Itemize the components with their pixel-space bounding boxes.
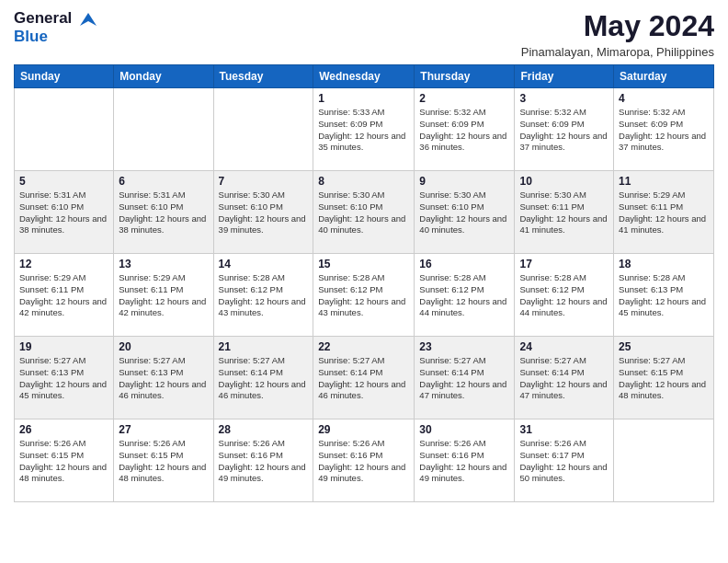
calendar-week-row: 1Sunrise: 5:33 AM Sunset: 6:09 PM Daylig… bbox=[15, 88, 714, 171]
table-row: 16Sunrise: 5:28 AM Sunset: 6:12 PM Dayli… bbox=[415, 254, 515, 337]
day-number: 18 bbox=[619, 258, 709, 270]
table-row: 28Sunrise: 5:26 AM Sunset: 6:16 PM Dayli… bbox=[213, 419, 313, 502]
day-number: 13 bbox=[119, 258, 208, 270]
day-info: Sunrise: 5:28 AM Sunset: 6:12 PM Dayligh… bbox=[519, 272, 609, 319]
table-row: 14Sunrise: 5:28 AM Sunset: 6:12 PM Dayli… bbox=[213, 254, 313, 337]
logo-text: General bbox=[14, 9, 98, 29]
page-header: General Blue May 2024 Pinamalayan, Mimar… bbox=[14, 9, 714, 59]
table-row: 10Sunrise: 5:30 AM Sunset: 6:11 PM Dayli… bbox=[515, 171, 614, 254]
col-thursday: Thursday bbox=[415, 65, 515, 88]
day-info: Sunrise: 5:28 AM Sunset: 6:13 PM Dayligh… bbox=[619, 272, 709, 319]
day-info: Sunrise: 5:26 AM Sunset: 6:15 PM Dayligh… bbox=[19, 438, 108, 485]
day-info: Sunrise: 5:26 AM Sunset: 6:17 PM Dayligh… bbox=[519, 438, 609, 485]
col-wednesday: Wednesday bbox=[313, 65, 415, 88]
table-row: 24Sunrise: 5:27 AM Sunset: 6:14 PM Dayli… bbox=[515, 337, 614, 419]
day-info: Sunrise: 5:26 AM Sunset: 6:16 PM Dayligh… bbox=[219, 438, 309, 485]
day-number: 15 bbox=[318, 258, 409, 270]
day-info: Sunrise: 5:27 AM Sunset: 6:14 PM Dayligh… bbox=[219, 355, 309, 402]
day-info: Sunrise: 5:32 AM Sunset: 6:09 PM Dayligh… bbox=[519, 107, 609, 154]
location: Pinamalayan, Mimaropa, Philippines bbox=[521, 45, 714, 59]
logo: General Blue bbox=[14, 9, 98, 46]
day-number: 19 bbox=[19, 340, 108, 353]
title-area: May 2024 Pinamalayan, Mimaropa, Philippi… bbox=[521, 9, 714, 59]
day-info: Sunrise: 5:28 AM Sunset: 6:12 PM Dayligh… bbox=[419, 272, 509, 319]
table-row: 7Sunrise: 5:30 AM Sunset: 6:10 PM Daylig… bbox=[213, 171, 313, 254]
day-info: Sunrise: 5:28 AM Sunset: 6:12 PM Dayligh… bbox=[318, 272, 409, 319]
day-info: Sunrise: 5:27 AM Sunset: 6:13 PM Dayligh… bbox=[19, 355, 108, 402]
day-number: 9 bbox=[419, 175, 509, 188]
day-info: Sunrise: 5:27 AM Sunset: 6:13 PM Dayligh… bbox=[119, 355, 208, 402]
table-row bbox=[614, 419, 714, 502]
day-number: 20 bbox=[119, 340, 208, 353]
day-info: Sunrise: 5:31 AM Sunset: 6:10 PM Dayligh… bbox=[119, 190, 208, 236]
calendar-week-row: 5Sunrise: 5:31 AM Sunset: 6:10 PM Daylig… bbox=[15, 171, 714, 254]
calendar-week-row: 26Sunrise: 5:26 AM Sunset: 6:15 PM Dayli… bbox=[15, 419, 714, 502]
table-row bbox=[15, 88, 114, 171]
day-info: Sunrise: 5:30 AM Sunset: 6:10 PM Dayligh… bbox=[318, 190, 409, 236]
table-row: 2Sunrise: 5:32 AM Sunset: 6:09 PM Daylig… bbox=[415, 88, 515, 171]
table-row: 3Sunrise: 5:32 AM Sunset: 6:09 PM Daylig… bbox=[515, 88, 614, 171]
day-info: Sunrise: 5:27 AM Sunset: 6:15 PM Dayligh… bbox=[619, 355, 709, 402]
day-number: 6 bbox=[119, 175, 208, 188]
table-row: 6Sunrise: 5:31 AM Sunset: 6:10 PM Daylig… bbox=[114, 171, 213, 254]
table-row: 17Sunrise: 5:28 AM Sunset: 6:12 PM Dayli… bbox=[515, 254, 614, 337]
day-number: 14 bbox=[219, 258, 309, 270]
day-number: 27 bbox=[119, 423, 208, 436]
table-row: 8Sunrise: 5:30 AM Sunset: 6:10 PM Daylig… bbox=[313, 171, 415, 254]
day-number: 7 bbox=[219, 175, 309, 188]
calendar-week-row: 19Sunrise: 5:27 AM Sunset: 6:13 PM Dayli… bbox=[15, 337, 714, 419]
day-info: Sunrise: 5:29 AM Sunset: 6:11 PM Dayligh… bbox=[19, 272, 108, 319]
day-number: 1 bbox=[318, 92, 409, 105]
table-row: 30Sunrise: 5:26 AM Sunset: 6:16 PM Dayli… bbox=[415, 419, 515, 502]
day-number: 2 bbox=[419, 92, 509, 105]
calendar-week-row: 12Sunrise: 5:29 AM Sunset: 6:11 PM Dayli… bbox=[15, 254, 714, 337]
day-info: Sunrise: 5:32 AM Sunset: 6:09 PM Dayligh… bbox=[619, 107, 709, 154]
table-row: 19Sunrise: 5:27 AM Sunset: 6:13 PM Dayli… bbox=[15, 337, 114, 419]
day-info: Sunrise: 5:32 AM Sunset: 6:09 PM Dayligh… bbox=[419, 107, 509, 154]
day-number: 30 bbox=[419, 423, 509, 436]
day-number: 8 bbox=[318, 175, 409, 188]
table-row: 15Sunrise: 5:28 AM Sunset: 6:12 PM Dayli… bbox=[313, 254, 415, 337]
day-number: 24 bbox=[519, 340, 609, 353]
day-number: 16 bbox=[419, 258, 509, 270]
logo-icon bbox=[78, 9, 98, 29]
col-saturday: Saturday bbox=[614, 65, 714, 88]
day-number: 12 bbox=[19, 258, 108, 270]
table-row: 23Sunrise: 5:27 AM Sunset: 6:14 PM Dayli… bbox=[415, 337, 515, 419]
day-number: 25 bbox=[619, 340, 709, 353]
day-info: Sunrise: 5:26 AM Sunset: 6:16 PM Dayligh… bbox=[318, 438, 409, 485]
day-info: Sunrise: 5:28 AM Sunset: 6:12 PM Dayligh… bbox=[219, 272, 309, 319]
svg-marker-0 bbox=[80, 13, 97, 26]
day-info: Sunrise: 5:33 AM Sunset: 6:09 PM Dayligh… bbox=[318, 107, 409, 154]
col-sunday: Sunday bbox=[15, 65, 114, 88]
day-info: Sunrise: 5:31 AM Sunset: 6:10 PM Dayligh… bbox=[19, 190, 108, 236]
table-row: 31Sunrise: 5:26 AM Sunset: 6:17 PM Dayli… bbox=[515, 419, 614, 502]
table-row: 21Sunrise: 5:27 AM Sunset: 6:14 PM Dayli… bbox=[213, 337, 313, 419]
table-row: 25Sunrise: 5:27 AM Sunset: 6:15 PM Dayli… bbox=[614, 337, 714, 419]
table-row bbox=[114, 88, 213, 171]
day-info: Sunrise: 5:30 AM Sunset: 6:11 PM Dayligh… bbox=[519, 190, 609, 236]
day-number: 21 bbox=[219, 340, 309, 353]
day-number: 26 bbox=[19, 423, 108, 436]
table-row: 29Sunrise: 5:26 AM Sunset: 6:16 PM Dayli… bbox=[313, 419, 415, 502]
day-number: 28 bbox=[219, 423, 309, 436]
day-number: 17 bbox=[519, 258, 609, 270]
day-info: Sunrise: 5:27 AM Sunset: 6:14 PM Dayligh… bbox=[419, 355, 509, 402]
table-row: 20Sunrise: 5:27 AM Sunset: 6:13 PM Dayli… bbox=[114, 337, 213, 419]
col-monday: Monday bbox=[114, 65, 213, 88]
table-row: 5Sunrise: 5:31 AM Sunset: 6:10 PM Daylig… bbox=[15, 171, 114, 254]
col-friday: Friday bbox=[515, 65, 614, 88]
day-number: 4 bbox=[619, 92, 709, 105]
day-info: Sunrise: 5:26 AM Sunset: 6:16 PM Dayligh… bbox=[419, 438, 509, 485]
day-number: 23 bbox=[419, 340, 509, 353]
day-number: 22 bbox=[318, 340, 409, 353]
day-info: Sunrise: 5:26 AM Sunset: 6:15 PM Dayligh… bbox=[119, 438, 208, 485]
col-tuesday: Tuesday bbox=[213, 65, 313, 88]
table-row: 9Sunrise: 5:30 AM Sunset: 6:10 PM Daylig… bbox=[415, 171, 515, 254]
day-number: 11 bbox=[619, 175, 709, 188]
day-info: Sunrise: 5:29 AM Sunset: 6:11 PM Dayligh… bbox=[119, 272, 208, 319]
table-row: 13Sunrise: 5:29 AM Sunset: 6:11 PM Dayli… bbox=[114, 254, 213, 337]
day-number: 10 bbox=[519, 175, 609, 188]
table-row: 11Sunrise: 5:29 AM Sunset: 6:11 PM Dayli… bbox=[614, 171, 714, 254]
table-row: 18Sunrise: 5:28 AM Sunset: 6:13 PM Dayli… bbox=[614, 254, 714, 337]
